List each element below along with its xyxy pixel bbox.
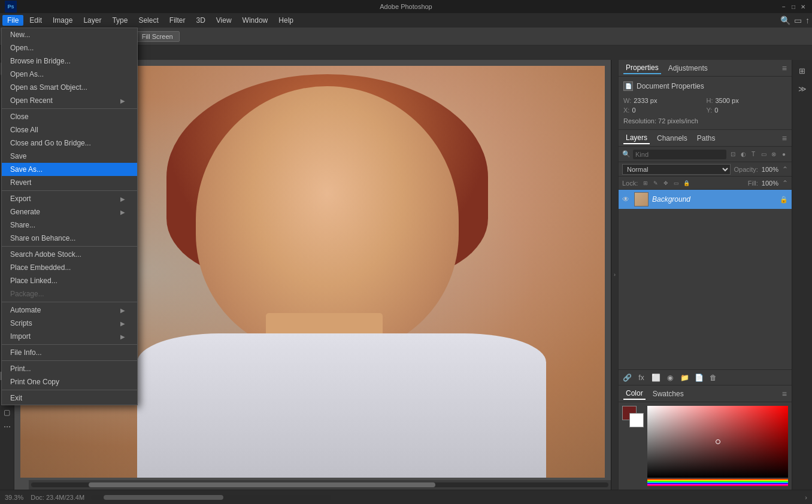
menu-revert[interactable]: Revert — [2, 176, 137, 189]
color-gradient-picker[interactable] — [647, 406, 788, 478]
window-controls[interactable]: − □ ✕ — [780, 2, 807, 11]
layers-tab[interactable]: Layers — [623, 132, 650, 144]
menu-file[interactable]: File — [2, 15, 23, 26]
filter-dot-icon[interactable]: ● — [780, 150, 788, 159]
lock-icon[interactable]: 🔒 — [682, 179, 690, 187]
menu-close[interactable]: Close — [2, 110, 137, 123]
horizontal-scrollbar[interactable] — [29, 480, 611, 490]
screen-mode-tool[interactable]: ▢ — [1, 406, 14, 419]
menu-3d[interactable]: 3D — [191, 15, 210, 26]
lock-all-icon[interactable]: ▭ — [672, 179, 680, 187]
lock-artboard-icon[interactable]: ✥ — [662, 179, 670, 187]
fill-value: 100% — [762, 180, 778, 187]
workspace-icon[interactable]: ▭ — [794, 16, 802, 25]
panel-arrange-button[interactable]: ⊞ — [794, 62, 811, 79]
menu-print[interactable]: Print... — [2, 362, 137, 375]
layer-effects-button[interactable]: fx — [635, 372, 647, 384]
menu-browse-bridge[interactable]: Browse in Bridge... — [2, 54, 137, 68]
maximize-button[interactable]: □ — [789, 2, 798, 11]
minimize-button[interactable]: − — [780, 2, 788, 11]
layers-filter-input[interactable] — [633, 150, 726, 159]
menu-scripts[interactable]: Scripts▶ — [2, 317, 137, 330]
filter-shape-icon[interactable]: ▭ — [759, 150, 768, 159]
close-button[interactable]: ✕ — [799, 2, 807, 11]
share-icon[interactable]: ↑ — [805, 16, 810, 25]
new-layer-button[interactable]: 📄 — [693, 372, 705, 384]
menu-close-go-bridge[interactable]: Close and Go to Bridge... — [2, 136, 137, 150]
search-icon[interactable]: 🔍 — [780, 16, 790, 25]
height-value: 3500 px — [716, 97, 739, 104]
new-fill-button[interactable]: ◉ — [664, 372, 676, 384]
menu-separator-7 — [2, 390, 137, 390]
lock-icons: ⊞ ✎ ✥ ▭ 🔒 — [641, 179, 690, 187]
menu-select[interactable]: Select — [134, 15, 163, 26]
layer-thumbnail — [634, 192, 649, 207]
delete-layer-button[interactable]: 🗑 — [707, 372, 719, 384]
layer-name: Background — [652, 195, 776, 204]
swatches-tab[interactable]: Swatches — [650, 388, 686, 399]
menu-edit[interactable]: Edit — [25, 15, 47, 26]
menu-file-info[interactable]: File Info... — [2, 346, 137, 359]
menu-share[interactable]: Share... — [2, 218, 137, 232]
menu-open-as[interactable]: Open As... — [2, 68, 137, 81]
extra-tools[interactable]: ⋯ — [1, 420, 14, 433]
lock-pixels-icon[interactable]: ⊞ — [641, 179, 650, 187]
menu-share-behance[interactable]: Share on Behance... — [2, 232, 137, 245]
menu-open[interactable]: Open... — [2, 41, 137, 54]
fill-stepper[interactable]: ⌃ — [782, 179, 788, 187]
layer-background-row[interactable]: 👁 Background 🔒 — [619, 190, 792, 209]
filter-adjust-icon[interactable]: ◐ — [739, 150, 747, 159]
menu-save-as[interactable]: Save As... — [2, 163, 137, 176]
status-scrollbar[interactable] — [92, 495, 331, 500]
menu-place-linked[interactable]: Place Linked... — [2, 274, 137, 287]
right-panel-collapse[interactable]: › — [611, 60, 618, 490]
color-panel-header: Color Swatches ≡ — [619, 385, 792, 402]
menu-view[interactable]: View — [211, 15, 237, 26]
menu-save[interactable]: Save — [2, 150, 137, 163]
color-tab[interactable]: Color — [623, 388, 646, 400]
panel-collapse-button[interactable]: ≫ — [794, 80, 811, 97]
scroll-right-btn[interactable]: › — [805, 494, 807, 501]
opacity-stepper[interactable]: ⌃ — [782, 165, 788, 174]
menu-help[interactable]: Help — [274, 15, 298, 26]
background-color-swatch[interactable] — [629, 413, 644, 427]
menu-new[interactable]: New... — [2, 28, 137, 41]
menu-import[interactable]: Import▶ — [2, 330, 137, 343]
hue-slider[interactable] — [647, 479, 788, 486]
paths-tab[interactable]: Paths — [695, 133, 718, 144]
menu-layer[interactable]: Layer — [78, 15, 106, 26]
menu-generate[interactable]: Generate▶ — [2, 205, 137, 218]
properties-tab[interactable]: Properties — [623, 62, 661, 74]
menu-window[interactable]: Window — [238, 15, 273, 26]
menu-filter[interactable]: Filter — [165, 15, 190, 26]
adjustments-tab[interactable]: Adjustments — [666, 63, 710, 74]
lock-label: Lock: — [622, 180, 638, 187]
channels-tab[interactable]: Channels — [655, 133, 690, 144]
resolution-label: Resolution: — [623, 117, 658, 125]
menu-exit[interactable]: Exit — [2, 391, 137, 405]
menu-export[interactable]: Export▶ — [2, 192, 137, 205]
menu-image[interactable]: Image — [48, 15, 77, 26]
color-menu-icon[interactable]: ≡ — [782, 389, 787, 399]
menu-search-stock[interactable]: Search Adobe Stock... — [2, 248, 137, 261]
menu-type[interactable]: Type — [107, 15, 132, 26]
lock-position-icon[interactable]: ✎ — [652, 179, 660, 187]
layer-visibility-icon[interactable]: 👁 — [622, 195, 631, 204]
new-group-button[interactable]: 📁 — [678, 372, 690, 384]
menu-place-embedded[interactable]: Place Embedded... — [2, 261, 137, 274]
menu-print-one-copy[interactable]: Print One Copy — [2, 375, 137, 388]
filter-pixel-icon[interactable]: ⊡ — [729, 150, 737, 159]
layers-menu-icon[interactable]: ≡ — [782, 133, 787, 143]
link-layers-button[interactable]: 🔗 — [621, 372, 633, 384]
layer-mask-button[interactable]: ⬜ — [650, 372, 662, 384]
menu-automate[interactable]: Automate▶ — [2, 303, 137, 317]
properties-menu-icon[interactable]: ≡ — [782, 63, 787, 73]
filter-smart-icon[interactable]: ⊗ — [769, 150, 778, 159]
menu-open-smart-object[interactable]: Open as Smart Object... — [2, 81, 137, 94]
menu-close-all[interactable]: Close All — [2, 123, 137, 136]
filter-type-icon[interactable]: T — [749, 150, 758, 159]
fill-screen-button[interactable]: Fill Screen — [135, 31, 180, 42]
blend-mode-select[interactable]: Normal — [622, 164, 731, 175]
menu-open-recent[interactable]: Open Recent▶ — [2, 94, 137, 107]
scrollbar-thumb-h[interactable] — [89, 482, 435, 487]
